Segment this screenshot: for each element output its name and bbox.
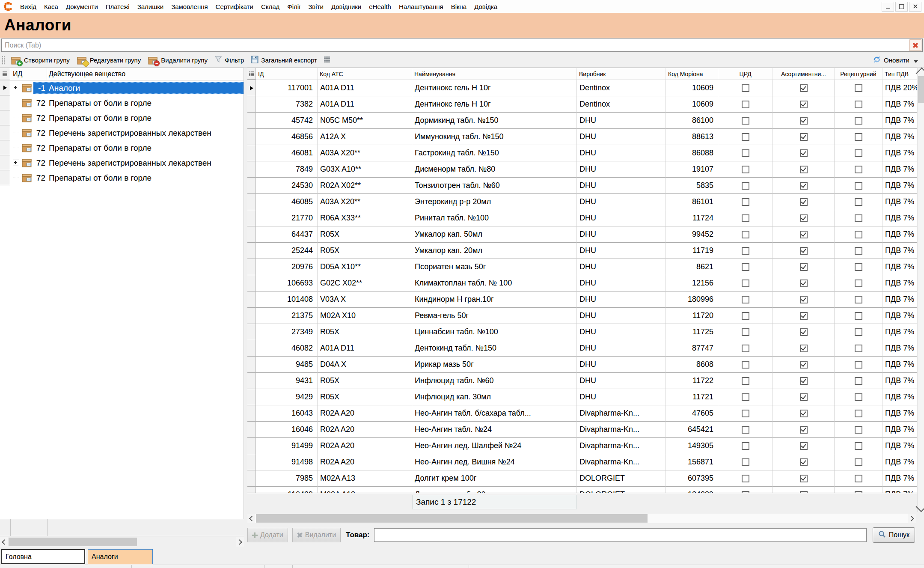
table-row[interactable]: 45742 N05C M50** Дормикинд табл. №150 DH…: [247, 113, 917, 129]
table-row[interactable]: 16046 R02A A20 Нео-Ангин табл. №24 Divap…: [247, 422, 917, 438]
recipe-checkbox[interactable]: [855, 198, 862, 206]
scroll-right-button[interactable]: [908, 514, 916, 523]
crd-checkbox[interactable]: [742, 361, 749, 369]
tree-item[interactable]: -1 Аналоги: [0, 80, 244, 95]
tree-item[interactable]: 72 Препараты от боли в горле: [0, 170, 244, 185]
menu-item[interactable]: Довідка: [470, 3, 501, 10]
table-row[interactable]: 91498 R02A A20 Нео-Ангин лед. Вишня №24 …: [247, 454, 917, 470]
assortment-checkbox[interactable]: [800, 475, 808, 482]
recipe-checkbox[interactable]: [855, 101, 862, 108]
recipe-checkbox[interactable]: [855, 182, 862, 190]
table-row[interactable]: 46856 A12A X Иммунокинд табл. №150 DHU 8…: [247, 129, 917, 145]
menu-item[interactable]: Вікна: [447, 3, 471, 10]
recipe-checkbox[interactable]: [855, 149, 862, 157]
delete-group-button[interactable]: − Видалити групу: [144, 54, 211, 66]
recipe-checkbox[interactable]: [855, 328, 862, 336]
crd-checkbox[interactable]: [742, 426, 749, 434]
menu-item[interactable]: Документи: [62, 3, 102, 10]
recipe-checkbox[interactable]: [855, 377, 862, 385]
menu-item[interactable]: Склад: [257, 3, 283, 10]
recipe-checkbox[interactable]: [855, 166, 862, 173]
crd-checkbox[interactable]: [742, 328, 749, 336]
assortment-checkbox[interactable]: [800, 231, 808, 238]
table-row[interactable]: 110439 M02A A13 Долгит гель туба 20 г DO…: [247, 487, 917, 493]
close-button[interactable]: [909, 2, 921, 12]
refresh-button[interactable]: Оновити: [870, 54, 921, 66]
column-header-recipe[interactable]: Рецептурний: [835, 68, 882, 80]
column-header-crd[interactable]: ЦРД: [718, 68, 773, 80]
filter-button[interactable]: Фільтр: [211, 54, 247, 66]
crd-checkbox[interactable]: [742, 442, 749, 450]
crd-checkbox[interactable]: [742, 84, 749, 92]
crd-checkbox[interactable]: [742, 182, 749, 190]
recipe-checkbox[interactable]: [855, 393, 862, 401]
table-row[interactable]: 46085 A03A X20** Энтерокинд р-р 20мл DHU…: [247, 194, 917, 210]
crd-checkbox[interactable]: [742, 133, 749, 141]
crd-checkbox[interactable]: [742, 214, 749, 222]
recipe-checkbox[interactable]: [855, 247, 862, 255]
tree-column-substance[interactable]: Действующее вещество: [47, 68, 244, 80]
column-header-manufacturer[interactable]: Виробник: [577, 68, 666, 80]
assortment-checkbox[interactable]: [800, 182, 808, 190]
assortment-checkbox[interactable]: [800, 410, 808, 417]
menu-item[interactable]: eHealth: [365, 3, 395, 10]
chevron-down-icon[interactable]: [914, 60, 918, 63]
tree-item[interactable]: 72 Перечень зарегистрированных лекарстве…: [0, 125, 244, 140]
crd-checkbox[interactable]: [742, 312, 749, 320]
recipe-checkbox[interactable]: [855, 133, 862, 141]
menu-item[interactable]: Вихід: [16, 3, 40, 10]
crd-checkbox[interactable]: [742, 166, 749, 173]
assortment-checkbox[interactable]: [800, 198, 808, 206]
crd-checkbox[interactable]: [742, 458, 749, 466]
tree-horizontal-scrollbar[interactable]: [0, 537, 244, 547]
table-row[interactable]: 20976 D05A X10** Псориатен мазь 50г DHU …: [247, 259, 917, 275]
assortment-checkbox[interactable]: [800, 280, 808, 287]
search-button[interactable]: Пошук: [873, 527, 915, 543]
column-header-name[interactable]: Найменування: [412, 68, 577, 80]
tree-item[interactable]: 72 Препараты от боли в горле: [0, 95, 244, 110]
tree-item-content[interactable]: 72 Препараты от боли в горле: [33, 142, 244, 154]
table-row[interactable]: 9485 D04A X Ирикар мазь 50г DHU 8608 ПДВ…: [247, 357, 917, 373]
edit-group-button[interactable]: Редагувати групу: [73, 54, 144, 66]
tree-column-id[interactable]: ИД: [10, 68, 47, 80]
assortment-checkbox[interactable]: [800, 117, 808, 125]
table-row[interactable]: 7849 G03X A10** Дисменорм табл. №80 DHU …: [247, 161, 917, 178]
table-row[interactable]: 25244 R05X Умкалор кап. 20мл DHU 11719 П…: [247, 243, 917, 259]
tree-expander[interactable]: [10, 160, 21, 166]
table-row[interactable]: 64437 R05X Умкалор кап. 50мл DHU 99452 П…: [247, 226, 917, 243]
table-row[interactable]: 21375 M02A X10 Ревма-гель 50г DHU 11720 …: [247, 308, 917, 324]
table-row[interactable]: 7382 A01A D11 Дентинокс гель Н 10г Denti…: [247, 96, 917, 113]
recipe-checkbox[interactable]: [855, 442, 862, 450]
recipe-checkbox[interactable]: [855, 263, 862, 271]
add-button[interactable]: Додати: [247, 528, 288, 542]
tree-expander[interactable]: [10, 148, 21, 148]
assortment-checkbox[interactable]: [800, 101, 808, 108]
tree-item-content[interactable]: 72 Препараты от боли в горле: [33, 172, 244, 184]
recipe-checkbox[interactable]: [855, 231, 862, 238]
assortment-checkbox[interactable]: [800, 263, 808, 271]
assortment-checkbox[interactable]: [800, 84, 808, 92]
crd-checkbox[interactable]: [742, 410, 749, 417]
recipe-checkbox[interactable]: [855, 361, 862, 369]
assortment-checkbox[interactable]: [800, 393, 808, 401]
recipe-checkbox[interactable]: [855, 475, 862, 482]
menu-item[interactable]: Налаштування: [395, 3, 447, 10]
table-row[interactable]: 9431 R05X Инфлюцид табл. №60 DHU 11722 П…: [247, 373, 917, 389]
delete-button[interactable]: Видалити: [292, 528, 341, 542]
table-row[interactable]: 101408 V03A X Киндинорм Н гран.10г DHU 1…: [247, 291, 917, 308]
table-row[interactable]: 117001 A01A D11 Дентинокс гель Н 10г Den…: [247, 80, 917, 96]
export-button[interactable]: Загальний експорт: [247, 54, 321, 66]
crd-checkbox[interactable]: [742, 296, 749, 303]
assortment-checkbox[interactable]: [800, 361, 808, 369]
table-row[interactable]: 24530 R02A X02** Тонзилотрен табл. №60 D…: [247, 178, 917, 194]
assortment-checkbox[interactable]: [800, 149, 808, 157]
scroll-left-button[interactable]: [247, 514, 255, 523]
assortment-checkbox[interactable]: [800, 133, 808, 141]
column-header-id[interactable]: ІД: [256, 68, 318, 80]
tree-item-content[interactable]: 72 Перечень зарегистрированных лекарстве…: [33, 127, 244, 139]
crd-checkbox[interactable]: [742, 198, 749, 206]
tree-item[interactable]: 72 Препараты от боли в горле: [0, 110, 244, 125]
recipe-checkbox[interactable]: [855, 426, 862, 434]
minimize-button[interactable]: [882, 2, 894, 12]
table-row[interactable]: 16043 R02A A20 Нео-Ангин табл. б/сахара …: [247, 405, 917, 422]
